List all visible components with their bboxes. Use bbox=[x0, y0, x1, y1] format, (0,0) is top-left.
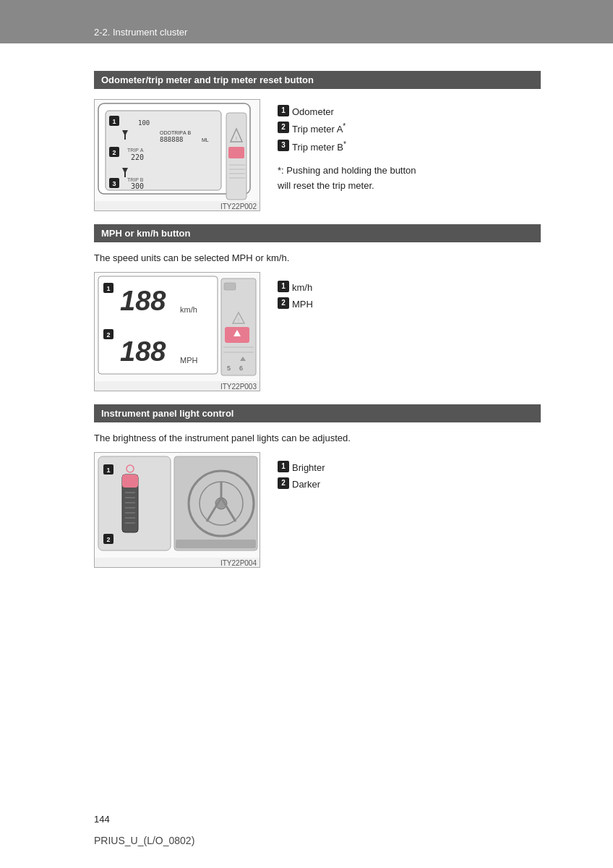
svg-text:km/h: km/h bbox=[180, 305, 197, 314]
mph-svg: 1 188 km/h 2 188 MPH ! bbox=[95, 273, 260, 381]
svg-text:TRIP А: TRIP А bbox=[127, 148, 144, 153]
list-item: 2 MPH bbox=[278, 296, 313, 312]
svg-rect-52 bbox=[122, 475, 138, 488]
svg-text:3: 3 bbox=[112, 180, 116, 187]
mph-row: 1 188 km/h 2 188 MPH ! bbox=[94, 272, 541, 391]
mph-list: 1 km/h 2 MPH bbox=[278, 279, 313, 313]
svg-text:888888: 888888 bbox=[160, 136, 184, 143]
odometer-diagram: 1 100 ODOTRIPА В 888888 ML 2 TRIP А 220 bbox=[94, 99, 260, 211]
odometer-text: 1 Odometer 2 Trip meter A* 3 Trip meter … bbox=[278, 99, 422, 193]
svg-text:5: 5 bbox=[227, 365, 231, 372]
mph-diagram: 1 188 km/h 2 188 MPH ! bbox=[94, 272, 260, 391]
list-item: 2 Trip meter A* bbox=[278, 120, 422, 138]
header-bar: 2-2. Instrument cluster bbox=[0, 0, 613, 43]
mph-diagram-label: ITY22P003 bbox=[95, 381, 260, 391]
svg-text:ODOTRIPА В: ODOTRIPА В bbox=[160, 130, 192, 135]
svg-text:2: 2 bbox=[106, 536, 110, 543]
svg-text:1: 1 bbox=[106, 467, 110, 474]
odometer-diagram-label: ITY22P002 bbox=[95, 201, 260, 211]
mph-text: 1 km/h 2 MPH bbox=[278, 272, 313, 313]
svg-text:220: 220 bbox=[131, 153, 144, 161]
list-item: 1 Brighter bbox=[278, 459, 325, 476]
section-header-panel-light: Instrument panel light control bbox=[94, 404, 541, 422]
list-item: 3 Trip meter B* bbox=[278, 138, 422, 156]
main-content: Odometer/trip meter and trip meter reset… bbox=[0, 43, 613, 594]
mph-description: The speed units can be selected MPH or k… bbox=[94, 252, 541, 263]
panel-light-list: 1 Brighter 2 Darker bbox=[278, 459, 325, 493]
svg-text:300: 300 bbox=[131, 182, 144, 190]
svg-text:2: 2 bbox=[106, 331, 110, 339]
panel-light-diagram: 1 2 bbox=[94, 452, 260, 568]
svg-text:188: 188 bbox=[120, 336, 166, 367]
svg-rect-1 bbox=[106, 111, 221, 190]
svg-rect-38 bbox=[224, 283, 236, 290]
svg-text:MPH: MPH bbox=[180, 356, 198, 365]
list-item: 2 Darker bbox=[278, 476, 325, 493]
list-item: 1 Odometer bbox=[278, 103, 422, 120]
svg-rect-23 bbox=[228, 147, 244, 158]
odometer-row: 1 100 ODOTRIPА В 888888 ML 2 TRIP А 220 bbox=[94, 99, 541, 211]
odometer-svg: 1 100 ODOTRIPА В 888888 ML 2 TRIP А 220 bbox=[95, 100, 260, 201]
section-label: 2-2. Instrument cluster bbox=[94, 27, 187, 38]
section-header-odometer: Odometer/trip meter and trip meter reset… bbox=[94, 71, 541, 89]
section-header-mph: MPH or km/h button bbox=[94, 224, 541, 242]
panel-light-row: 1 2 bbox=[94, 452, 541, 568]
svg-text:6: 6 bbox=[239, 365, 243, 372]
svg-text:100: 100 bbox=[138, 119, 150, 127]
svg-text:1: 1 bbox=[106, 285, 110, 292]
panel-light-text: 1 Brighter 2 Darker bbox=[278, 452, 325, 493]
svg-text:2: 2 bbox=[112, 149, 116, 156]
panel-diagram-label: ITY22P004 bbox=[95, 558, 260, 568]
odometer-list: 1 Odometer 2 Trip meter A* 3 Trip meter … bbox=[278, 103, 422, 156]
svg-text:ML: ML bbox=[202, 137, 209, 142]
footer-brand: PRIUS_U_(L/O_0802) bbox=[94, 835, 194, 846]
list-item: 1 km/h bbox=[278, 279, 313, 296]
svg-text:!: ! bbox=[238, 318, 239, 323]
panel-light-svg: 1 2 bbox=[95, 453, 260, 558]
svg-rect-70 bbox=[176, 540, 256, 548]
odometer-note: *: Pushing and holding the button will r… bbox=[278, 163, 422, 194]
page-number: 144 bbox=[94, 814, 110, 825]
svg-text:TRIP В: TRIP В bbox=[127, 177, 144, 182]
panel-description: The brightness of the instrument panel l… bbox=[94, 433, 541, 443]
svg-text:1: 1 bbox=[112, 118, 116, 125]
svg-text:!: ! bbox=[236, 136, 237, 141]
svg-text:188: 188 bbox=[120, 286, 166, 316]
